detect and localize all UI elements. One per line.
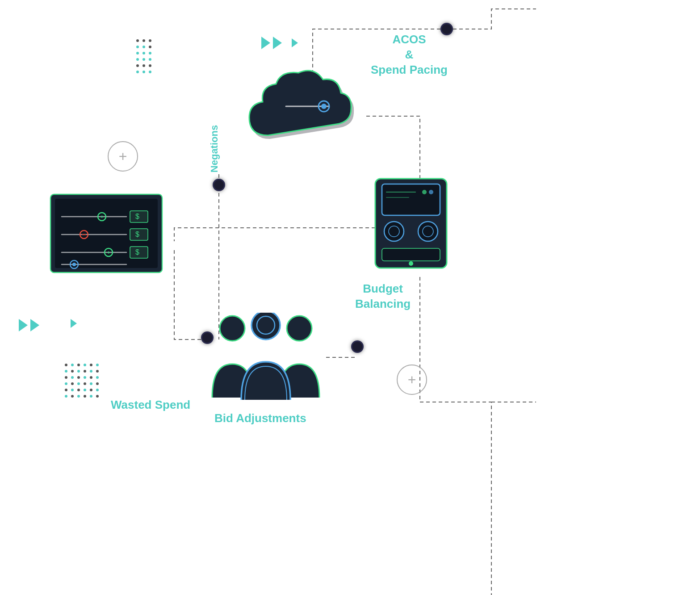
play-arrow-5 xyxy=(30,319,39,331)
svg-point-22 xyxy=(72,263,76,266)
play-arrow-4 xyxy=(19,319,28,331)
svg-text:$: $ xyxy=(135,230,139,238)
svg-point-32 xyxy=(423,226,433,237)
svg-point-36 xyxy=(287,316,312,341)
acos-label: ACOS & Spend Pacing xyxy=(371,32,448,77)
dot-matrix-bottom xyxy=(65,364,99,401)
play-arrow-2 xyxy=(273,37,282,49)
play-arrow-1 xyxy=(261,37,270,49)
svg-rect-33 xyxy=(382,248,440,261)
play-arrow-3 xyxy=(292,38,298,47)
budget-label: Budget Balancing xyxy=(355,281,411,312)
dot-matrix-top xyxy=(136,39,151,77)
svg-point-2 xyxy=(321,104,327,109)
svg-point-28 xyxy=(429,190,433,194)
people-icon xyxy=(205,313,326,402)
main-scene: ACOS & Spend Pacing + xyxy=(0,0,700,595)
server-icon xyxy=(371,174,451,272)
negations-label: Negations xyxy=(209,125,220,172)
svg-text:$: $ xyxy=(135,213,139,220)
negations-node xyxy=(213,179,225,191)
svg-rect-24 xyxy=(382,184,440,215)
svg-text:+: + xyxy=(101,214,103,219)
svg-point-30 xyxy=(389,226,399,237)
bid-adj-node xyxy=(351,340,364,353)
svg-point-38 xyxy=(257,316,275,334)
svg-point-35 xyxy=(220,316,245,341)
svg-text:$: $ xyxy=(135,248,139,256)
play-arrows-bottom-left-2 xyxy=(71,319,77,328)
play-arrow-6 xyxy=(71,319,77,328)
bid-panel-icon: + $ $ + $ xyxy=(48,192,164,275)
plus-button-top[interactable]: + xyxy=(108,141,138,172)
wasted-spend-label: Wasted Spend xyxy=(111,398,190,413)
svg-point-34 xyxy=(409,261,413,266)
play-arrows-top xyxy=(261,37,298,49)
svg-point-27 xyxy=(422,190,427,194)
svg-text:+: + xyxy=(107,250,110,255)
play-arrows-bottom-left xyxy=(19,319,39,331)
bid-adj-label: Bid Adjustments xyxy=(214,411,306,426)
plus-button-bottom[interactable]: + xyxy=(397,365,427,395)
cloud-icon xyxy=(241,65,366,154)
